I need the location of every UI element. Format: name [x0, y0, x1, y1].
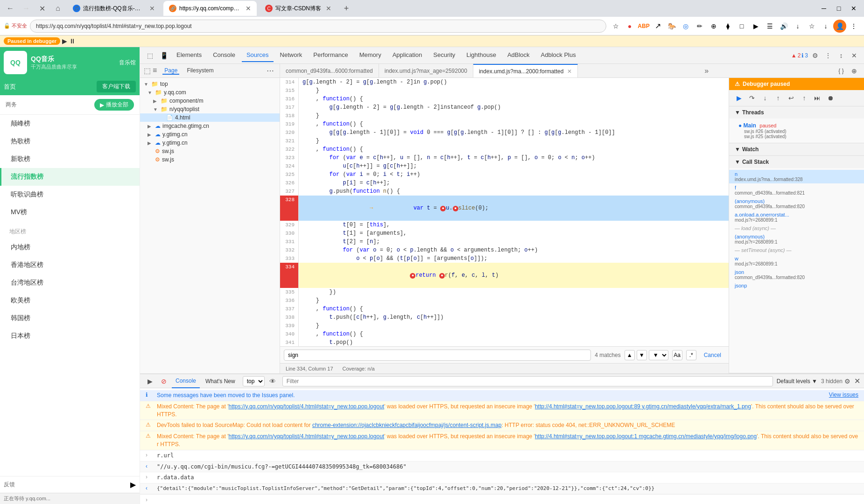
extension-3-icon[interactable]: ↗ — [651, 20, 664, 33]
extension-11-icon[interactable]: ☰ — [763, 20, 776, 33]
search-case-btn[interactable]: Aa — [672, 350, 682, 360]
line-num-336[interactable]: 336 — [280, 296, 299, 305]
profile-icon[interactable]: 👤 — [833, 20, 846, 33]
dt-tab-application[interactable]: Application — [388, 49, 427, 62]
play-icon[interactable]: ▶ — [130, 480, 136, 489]
line-num-330[interactable]: 330 — [280, 229, 299, 238]
line-num-317[interactable]: 317 — [280, 103, 299, 112]
qq-home-tab[interactable]: 首页 — [4, 83, 16, 91]
dbg-step-over-btn[interactable]: ↷ — [746, 92, 758, 104]
tab-2-close[interactable]: ✕ — [246, 5, 251, 12]
line-num-337[interactable]: 337 — [280, 305, 299, 313]
menu-item-mv[interactable]: MV榜 — [0, 203, 140, 221]
debugger-resume-icon[interactable]: ▶ — [62, 37, 67, 45]
line-num-328[interactable]: 328 — [280, 196, 299, 221]
search-cancel-btn[interactable]: Cancel — [700, 352, 725, 358]
menu-item-rege[interactable]: 热歌榜 — [0, 133, 140, 150]
code-tab-2[interactable]: index.umd.js?max_age=2592000 — [379, 64, 473, 78]
qq-music-hall-tab[interactable]: 音乐馆 — [119, 59, 136, 67]
ft-item-ygtimgcn1[interactable]: ▶ ☁ y.gtimg.cn — [140, 130, 280, 139]
threads-title[interactable]: ▼ Threads — [729, 106, 864, 119]
minimize-btn[interactable]: ─ — [817, 2, 830, 15]
format-icon[interactable]: { } — [835, 65, 847, 77]
line-num-324[interactable]: 324 — [280, 162, 299, 170]
console-prompt-input[interactable] — [151, 497, 858, 503]
tab-1[interactable]: 🎵 流行指数榜-QQ音乐-千万正版... ✕ — [67, 1, 161, 16]
extension-1-icon[interactable]: ● — [623, 20, 636, 33]
line-num-327[interactable]: 327 — [280, 187, 299, 196]
line-num-322[interactable]: 322 — [280, 145, 299, 154]
search-up-btn[interactable]: ▲ — [625, 350, 635, 360]
warn2-link[interactable]: chrome-extension://ojacIcbknieckfcapcbif… — [312, 422, 502, 428]
dbg-step-over2-btn[interactable]: ↑ — [798, 92, 810, 104]
callstack-title[interactable]: ▼ Call Stack — [729, 156, 864, 168]
line-num-340[interactable]: 340 — [280, 330, 299, 338]
extension-8-icon[interactable]: ⧫ — [721, 20, 734, 33]
menu-item-dianfeng[interactable]: 颠峰榜 — [0, 115, 140, 133]
dbg-step-btn[interactable]: ↩ — [785, 92, 797, 104]
dt-tab-sources[interactable]: Sources — [242, 49, 274, 62]
ft-item-top[interactable]: ▼ 📁 top — [140, 80, 280, 88]
menu-item-neidi[interactable]: 内地榜 — [0, 238, 140, 256]
line-num-331[interactable]: 331 — [280, 238, 299, 246]
warn3-link2[interactable]: http://4.html#stat=y_new.top.pop.logout:… — [535, 433, 757, 440]
extension-14-icon[interactable]: ☆ — [805, 20, 818, 33]
console-level[interactable]: Default levels ▼ — [777, 378, 817, 385]
close-btn[interactable]: ✕ — [847, 2, 860, 15]
search-input[interactable] — [284, 350, 591, 361]
ft-item-componentm[interactable]: ▶ 📁 component/m — [140, 97, 280, 105]
dt-tab-network[interactable]: Network — [275, 49, 307, 62]
ft-icon1[interactable]: ⬚ — [144, 66, 151, 75]
address-input[interactable]: https://y.qq.com/n/yqq/toplist/4.html#st… — [30, 20, 606, 33]
console-filter-input[interactable] — [282, 376, 773, 386]
nav-home[interactable]: ⌂ — [51, 2, 64, 15]
bookmark-icon[interactable]: ☆ — [609, 20, 622, 33]
line-num-320[interactable]: 320 — [280, 128, 299, 137]
dt-tab-adblockplus[interactable]: Adblock Plus — [536, 49, 581, 62]
code-tab-3[interactable]: index.umd.js?ma...2000:formatted ✕ — [473, 64, 578, 78]
console-run-icon[interactable]: ▶ — [144, 375, 156, 387]
dt-more-icon[interactable]: ⋮ — [822, 49, 834, 62]
stack-item-anon1[interactable]: (anonymous) common_d9439fa...formatted:8… — [729, 197, 864, 210]
tab-2[interactable]: 🔗 https://y.qq.com/component/m... ✕ — [163, 1, 257, 16]
ft-tab-filesystem[interactable]: Filesystem — [185, 67, 215, 75]
extension-10-icon[interactable]: ▶ — [749, 20, 762, 33]
stack-item-jsonp[interactable]: jsonp — [729, 281, 864, 290]
ft-item-swjs2[interactable]: ⚙ sw.js — [140, 155, 280, 164]
dbg-breakpoints-btn[interactable]: ⏺ — [824, 92, 836, 104]
warn3-link1[interactable]: https://y.qq.com/n/yqq/toplist/4.html#st… — [229, 433, 385, 440]
dbg-resume-btn[interactable]: ▶ — [733, 92, 745, 104]
warn1-link1[interactable]: https://y.qq.com/n/yqq/toplist/4.html#st… — [229, 403, 385, 410]
console-tab-whatsnew[interactable]: What's New — [202, 374, 239, 388]
console-clear-icon[interactable]: ⊘ — [158, 375, 170, 387]
dt-tab-performance[interactable]: Performance — [309, 49, 352, 62]
line-num-315[interactable]: 315 — [280, 86, 299, 95]
dt-close-icon[interactable]: ✕ — [848, 49, 860, 62]
dt-tab-lighthouse[interactable]: Lighthouse — [462, 49, 501, 62]
ft-icon2[interactable]: ≡ — [153, 66, 157, 75]
menu-item-xinge[interactable]: 新歌榜 — [0, 150, 140, 168]
menu-item-riben[interactable]: 日本榜 — [0, 327, 140, 345]
menu-item-taiwan[interactable]: 台湾地区榜 — [0, 274, 140, 292]
maximize-btn[interactable]: □ — [832, 2, 845, 15]
line-num-341[interactable]: 341 — [280, 338, 299, 346]
menu-item-oumei[interactable]: 欧美榜 — [0, 292, 140, 309]
dbg-step-into-btn[interactable]: ↓ — [759, 92, 771, 104]
search-mode-select[interactable]: ▼ — [649, 350, 668, 360]
stack-item-w[interactable]: w mod.js?r=2680899:1 — [729, 254, 864, 268]
menu-item-liuxing[interactable]: 流行指数榜 — [0, 168, 140, 186]
new-tab-btn[interactable]: + — [340, 2, 353, 15]
watch-title[interactable]: ▼ Watch — [729, 143, 864, 155]
menu-item-hanguo[interactable]: 韩国榜 — [0, 309, 140, 327]
dt-icon-inspect[interactable]: ⬚ — [144, 49, 156, 62]
context-select[interactable]: top — [243, 376, 265, 386]
console-tab-console[interactable]: Console — [172, 374, 200, 388]
debugger-pause-icon[interactable]: ⏸ — [69, 37, 76, 45]
extension-12-icon[interactable]: 🔊 — [777, 20, 790, 33]
line-num-314[interactable]: 314 — [280, 78, 299, 86]
ft-item-imgcache[interactable]: ▶ ☁ imgcache.gtimg.cn — [140, 122, 280, 130]
pretty-print-icon[interactable]: ⊕ — [848, 65, 860, 77]
nav-back[interactable]: ← — [4, 2, 17, 15]
line-num-333[interactable]: 333 — [280, 254, 299, 263]
more-icon[interactable]: ⋮ — [847, 20, 860, 33]
